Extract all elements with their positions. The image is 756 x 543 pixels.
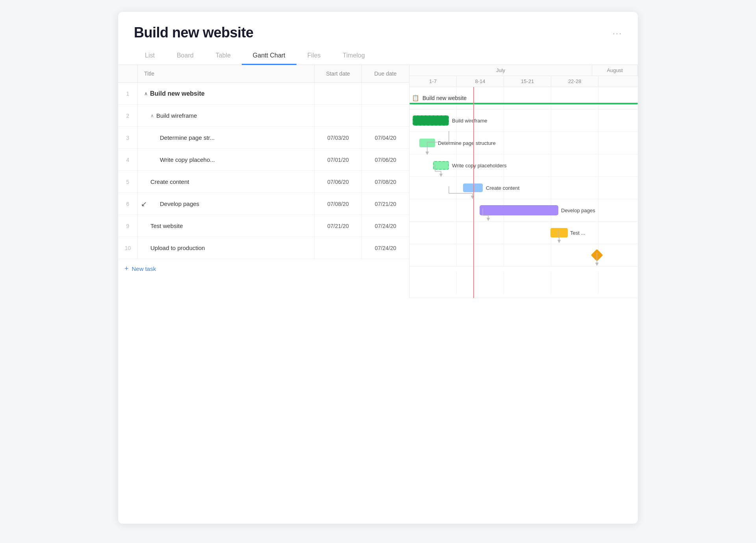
gantt-cell: [551, 109, 598, 132]
gantt-week-1: 1-7: [410, 76, 457, 87]
more-options-icon[interactable]: ···: [613, 28, 622, 39]
gantt-bar-wireframe-label: Build wireframe: [452, 118, 487, 124]
row-num: 9: [118, 215, 138, 237]
tab-bar: List Board Table Gantt Chart Files Timel…: [118, 41, 638, 65]
gantt-bar-test-website[interactable]: [550, 228, 568, 237]
table-row: 10 Upload to production 07/24/20: [118, 237, 409, 259]
row-title[interactable]: Write copy placeho...: [138, 149, 315, 170]
tab-board[interactable]: Board: [166, 47, 205, 65]
collapse-icon[interactable]: ∧: [144, 91, 148, 96]
gantt-bar-create-content-label: Create content: [486, 185, 519, 191]
row-num: 6: [118, 193, 138, 215]
gantt-cell: [410, 199, 457, 221]
collapse-icon[interactable]: ∧: [150, 113, 154, 119]
gantt-month-july: July: [410, 65, 592, 76]
row-start: 07/03/20: [315, 127, 362, 148]
gantt-bar-test-website-label: Test ...: [570, 230, 585, 236]
table-row: 9 Test website 07/21/20 07/24/20: [118, 215, 409, 237]
gantt-bar-develop-pages[interactable]: [480, 205, 558, 215]
gantt-row-3: Determine page structure: [410, 132, 638, 154]
gantt-project-title: Build new website: [422, 95, 467, 101]
header: Build new website ···: [118, 12, 638, 41]
gantt-row-1: 📋 Build new website: [410, 87, 638, 109]
gantt-row-5: Create content: [410, 177, 638, 199]
gantt-cell: [598, 177, 638, 199]
gantt-cell: [457, 271, 504, 293]
gantt-cell: [551, 87, 598, 109]
gantt-header: July August 1-7 8-14 15-21 22-28: [410, 65, 638, 87]
row-start: [315, 105, 362, 126]
row-num: 1: [118, 83, 138, 104]
row-due: 07/08/20: [362, 171, 409, 193]
gantt-cell: [598, 154, 638, 176]
row-title[interactable]: Test website: [138, 215, 315, 237]
gantt-bar-create-content[interactable]: [463, 183, 483, 192]
gantt-body: 📋 Build new website Build wireframe: [410, 87, 638, 298]
row-num: 4: [118, 149, 138, 170]
gantt-cell: [410, 177, 457, 199]
gantt-row-2: Build wireframe: [410, 109, 638, 132]
new-task-button[interactable]: + New task: [118, 259, 409, 278]
gantt-cell: [504, 244, 551, 266]
row-start: 07/08/20: [315, 193, 362, 215]
gantt-cell: [410, 244, 457, 266]
gantt-cell: [551, 154, 598, 176]
row-num: 2: [118, 105, 138, 126]
tab-files[interactable]: Files: [296, 47, 332, 65]
gantt-cell: [598, 199, 638, 221]
gantt-cell: [551, 132, 598, 154]
row-start: 07/01/20: [315, 149, 362, 170]
page-title: Build new website: [134, 24, 254, 41]
table-row: 2 ∧ Build wireframe: [118, 105, 409, 127]
tab-list[interactable]: List: [134, 47, 166, 65]
gantt-cell: [598, 244, 638, 266]
gantt-bar-page-structure-label: Determine page structure: [438, 140, 496, 146]
gantt-month-row: July August: [410, 65, 638, 76]
gantt-week-2: 8-14: [457, 76, 504, 87]
row-due: 07/24/20: [362, 237, 409, 259]
row-title[interactable]: Create content: [138, 171, 315, 193]
table-row: 3 Determine page str... 07/03/20 07/04/2…: [118, 127, 409, 149]
gantt-cell: [457, 222, 504, 244]
row-title[interactable]: ∧ Build wireframe: [138, 105, 315, 126]
row-title[interactable]: ↙ Develop pages: [138, 193, 315, 215]
row-num: 5: [118, 171, 138, 193]
gantt-week-4: 22-28: [551, 76, 598, 87]
row-due: 07/04/20: [362, 127, 409, 148]
tab-timelog[interactable]: Timelog: [332, 47, 376, 65]
gantt-cell: [504, 154, 551, 176]
new-task-label: New task: [132, 265, 156, 272]
gantt-doc-icon: 📋: [412, 95, 419, 102]
row-title[interactable]: Determine page str...: [138, 127, 315, 148]
today-line: [473, 87, 474, 298]
tab-table[interactable]: Table: [205, 47, 242, 65]
gantt-bar-copy-placeholders[interactable]: [433, 161, 449, 170]
row-due: 07/24/20: [362, 215, 409, 237]
gantt-row-6: Develop pages: [410, 199, 638, 222]
gantt-bar-develop-pages-label: Develop pages: [561, 208, 595, 213]
col-start-date: Start date: [315, 65, 362, 82]
gantt-cell: [598, 271, 638, 293]
row-title[interactable]: Upload to production: [138, 237, 315, 259]
gantt-week-3: 15-21: [504, 76, 551, 87]
gantt-cell: [598, 87, 638, 109]
row-due: 07/06/20: [362, 149, 409, 170]
main-content: Title Start date Due date 1 ∧ Build new …: [118, 65, 638, 298]
gantt-cell: [504, 271, 551, 293]
table-row: 4 Write copy placeho... 07/01/20 07/06/2…: [118, 149, 409, 171]
gantt-cell: [457, 244, 504, 266]
gantt-cell: [410, 271, 457, 293]
gantt-cell: [410, 222, 457, 244]
row-start: [315, 237, 362, 259]
row-due: 07/21/20: [362, 193, 409, 215]
row-title[interactable]: ∧ Build new website: [138, 83, 315, 104]
gantt-bar-page-structure[interactable]: [419, 139, 435, 147]
gantt-row-9: Test ...: [410, 222, 638, 244]
tab-gantt-chart[interactable]: Gantt Chart: [242, 47, 296, 65]
row-num: 10: [118, 237, 138, 259]
gantt-bar-wireframe[interactable]: [413, 115, 449, 126]
row-start: 07/06/20: [315, 171, 362, 193]
gantt-cell: [504, 109, 551, 132]
table-section: Title Start date Due date 1 ∧ Build new …: [118, 65, 410, 298]
gantt-cell: [551, 177, 598, 199]
